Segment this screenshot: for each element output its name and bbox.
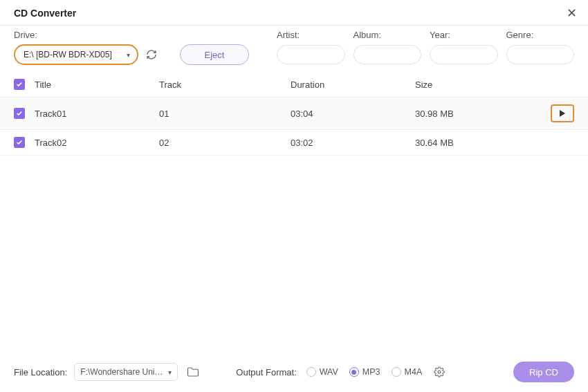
- col-duration: Duration: [291, 80, 415, 90]
- cell-size: 30.98 MB: [415, 109, 526, 119]
- artist-label: Artist:: [277, 30, 345, 40]
- row-checkbox[interactable]: [14, 137, 25, 148]
- col-size: Size: [415, 80, 526, 90]
- footer-bar: File Location: F:\Wondershare UniConvert…: [0, 353, 588, 392]
- window-title: CD Converter: [14, 8, 76, 19]
- svg-point-0: [438, 371, 441, 373]
- row-checkbox[interactable]: [14, 108, 25, 119]
- format-mp3[interactable]: MP3: [349, 367, 380, 377]
- cell-track: 01: [159, 109, 291, 119]
- col-title: Title: [35, 80, 159, 90]
- cell-duration: 03:02: [291, 138, 415, 148]
- format-wav[interactable]: WAV: [306, 367, 338, 377]
- drive-selected-value: E:\ [BD-RW BDR-XD05]: [24, 50, 112, 59]
- cell-size: 30.64 MB: [415, 138, 526, 148]
- table-header: Title Track Duration Size: [0, 72, 588, 97]
- col-track: Track: [159, 80, 291, 90]
- track-list: Track010103:0430.98 MBTrack020203:0230.6…: [0, 97, 588, 156]
- cell-title: Track02: [35, 138, 159, 148]
- settings-button[interactable]: [432, 364, 447, 380]
- genre-input[interactable]: [506, 45, 575, 64]
- metadata-panel: Drive: Artist: Album: Year: Genre: E:\ […: [0, 26, 588, 72]
- chevron-down-icon: ▾: [127, 51, 130, 59]
- select-all-checkbox[interactable]: [14, 79, 25, 90]
- close-icon[interactable]: ✕: [563, 6, 580, 21]
- file-location-label: File Location:: [14, 367, 67, 377]
- eject-button[interactable]: Eject: [180, 44, 249, 65]
- titlebar: CD Converter ✕: [0, 0, 588, 25]
- cell-track: 02: [159, 138, 291, 148]
- output-format-label: Output Format:: [236, 367, 296, 377]
- cell-duration: 03:04: [291, 109, 415, 119]
- format-m4a[interactable]: M4A: [392, 367, 423, 377]
- chevron-down-icon: ▾: [168, 368, 172, 376]
- cell-title: Track01: [35, 109, 159, 119]
- rip-cd-button[interactable]: Rip CD: [513, 362, 574, 382]
- output-format-group: WAV MP3 M4A: [306, 367, 423, 377]
- artist-input[interactable]: [277, 45, 345, 64]
- album-label: Album:: [353, 30, 422, 40]
- table-row[interactable]: Track010103:0430.98 MB: [0, 97, 588, 130]
- table-row[interactable]: Track020203:0230.64 MB: [0, 130, 588, 156]
- file-location-value: F:\Wondershare UniConverter: [80, 367, 168, 377]
- file-location-select[interactable]: F:\Wondershare UniConverter ▾: [74, 363, 178, 381]
- drive-select[interactable]: E:\ [BD-RW BDR-XD05] ▾: [14, 44, 138, 65]
- genre-label: Genre:: [506, 30, 575, 40]
- open-folder-button[interactable]: [185, 364, 201, 380]
- drive-label: Drive:: [14, 30, 37, 40]
- album-input[interactable]: [353, 45, 422, 64]
- play-button[interactable]: [551, 104, 574, 122]
- year-input[interactable]: [430, 45, 498, 64]
- year-label: Year:: [430, 30, 498, 40]
- refresh-button[interactable]: [144, 47, 159, 62]
